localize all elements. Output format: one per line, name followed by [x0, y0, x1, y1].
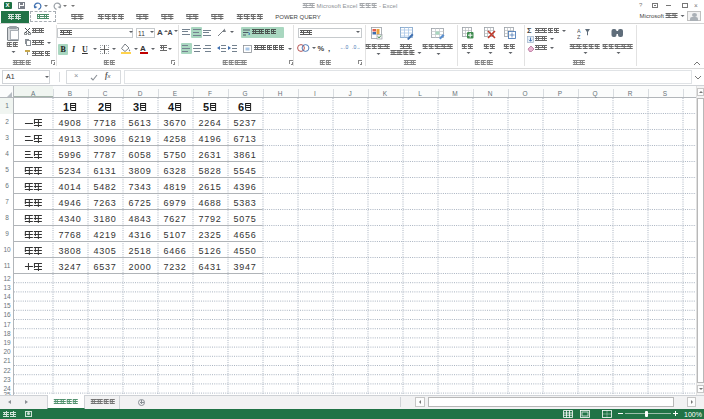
svg-text:Z: Z: [577, 34, 581, 40]
